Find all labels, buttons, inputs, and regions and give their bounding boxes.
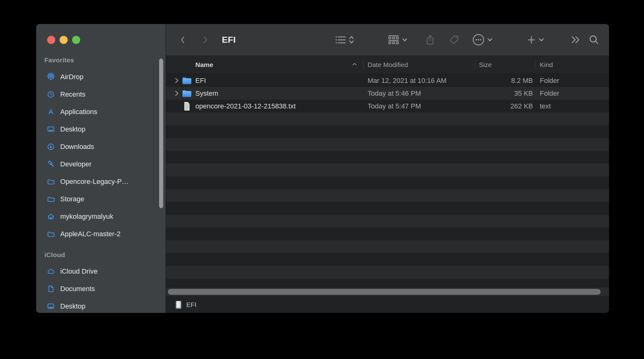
sidebar-scrollbar[interactable]	[159, 59, 163, 208]
sidebar-item-label: Storage	[60, 195, 84, 203]
more-actions-button[interactable]	[472, 24, 492, 55]
column-divider[interactable]	[535, 60, 536, 70]
toolbar-overflow-button[interactable]	[571, 24, 580, 55]
view-options-button[interactable]	[335, 24, 354, 55]
sidebar-item-icon	[47, 178, 55, 186]
window-title: EFI	[222, 24, 236, 55]
file-name: EFI	[195, 74, 362, 87]
file-kind: text	[540, 100, 551, 112]
file-date-modified: Mar 12, 2021 at 10:16 AM	[368, 74, 446, 87]
sidebar: Favorites AirDrop Recents Applications	[36, 24, 166, 313]
disclosure-chevron-icon[interactable]	[175, 87, 179, 100]
sidebar-item[interactable]: AirDrop	[36, 68, 166, 86]
sidebar-item[interactable]: AppleALC-master-2	[36, 225, 166, 243]
sidebar-item-icon	[47, 267, 55, 275]
table-row[interactable]: opencore-2021-03-12-215838.txt Today at …	[166, 100, 609, 112]
column-header-kind[interactable]: Kind	[540, 55, 553, 74]
window-controls	[47, 36, 80, 44]
add-button[interactable]	[527, 24, 544, 55]
sidebar-item-icon	[47, 285, 55, 293]
zoom-button[interactable]	[72, 36, 80, 44]
status-bar: EFI	[166, 296, 609, 313]
sidebar-item[interactable]: Desktop	[36, 121, 166, 138]
file-kind: Folder	[540, 87, 559, 100]
sidebar-item-icon	[47, 230, 55, 238]
list-bullet-icon	[335, 36, 346, 44]
file-name: opencore-2021-03-12-215838.txt	[195, 100, 362, 112]
toolbar: EFI	[166, 24, 609, 55]
sidebar-item[interactable]: Downloads	[36, 138, 166, 156]
group-squares-icon	[388, 35, 399, 45]
sidebar-item-label: Documents	[60, 285, 95, 293]
double-chevron-right-icon	[571, 36, 580, 44]
list-column-headers: Name Date Modified Size Kind	[166, 55, 609, 74]
column-divider[interactable]	[475, 60, 475, 70]
group-button[interactable]	[388, 24, 407, 55]
file-icon	[182, 87, 192, 100]
sidebar-section-favorites-label: Favorites	[44, 56, 166, 64]
forward-button[interactable]	[202, 24, 208, 55]
file-size: 8.2 MB	[475, 74, 533, 87]
sidebar-item-icon	[47, 302, 55, 310]
sidebar-item-icon	[47, 73, 55, 81]
sidebar-item[interactable]: Documents	[36, 280, 166, 298]
back-button[interactable]	[180, 24, 186, 55]
sidebar-item[interactable]: Applications	[36, 103, 166, 121]
table-row[interactable]: EFI Mar 12, 2021 at 10:16 AM 8.2 MB Fold…	[166, 74, 609, 87]
chevron-down-icon	[402, 38, 407, 42]
sidebar-item-icon	[47, 213, 55, 221]
finder-window: Favorites AirDrop Recents Applications	[36, 24, 609, 313]
column-header-size[interactable]: Size	[479, 55, 492, 74]
sidebar-item-icon	[47, 90, 55, 98]
sidebar-item-icon	[47, 195, 55, 203]
sidebar-item[interactable]: iCloud Drive	[36, 263, 166, 280]
plus-icon	[527, 36, 536, 44]
horizontal-scrollbar-track[interactable]	[166, 287, 609, 296]
magnifier-icon	[589, 35, 599, 45]
tag-button[interactable]	[449, 24, 459, 55]
sidebar-item[interactable]: mykolagrymalyuk	[36, 208, 166, 225]
sidebar-item[interactable]: Desktop	[36, 298, 166, 313]
column-header-name[interactable]: Name	[195, 55, 213, 74]
favorites-list: AirDrop Recents Applications Desktop	[36, 68, 166, 243]
sidebar-item-label: Applications	[60, 108, 97, 116]
sidebar-item[interactable]: Recents	[36, 86, 166, 103]
file-date-modified: Today at 5:46 PM	[368, 87, 421, 100]
sidebar-item-label: Developer	[60, 160, 91, 168]
sidebar-item-label: Desktop	[60, 302, 85, 310]
file-icon	[182, 74, 192, 87]
horizontal-scrollbar-thumb[interactable]	[168, 289, 601, 295]
sidebar-item[interactable]: Storage	[36, 190, 166, 208]
sidebar-item[interactable]: Opencore-Legacy-P…	[36, 173, 166, 190]
sidebar-item[interactable]: Developer	[36, 156, 166, 173]
sidebar-item-label: iCloud Drive	[60, 267, 98, 275]
share-button[interactable]	[426, 24, 434, 55]
sidebar-item-label: Downloads	[60, 143, 94, 151]
sidebar-item-label: AppleALC-master-2	[60, 230, 120, 238]
column-divider[interactable]	[363, 60, 363, 70]
chevron-down-icon	[539, 38, 544, 42]
sidebar-item-label: AirDrop	[60, 73, 84, 81]
share-arrow-up-icon	[426, 35, 434, 45]
minimize-button[interactable]	[60, 36, 68, 44]
table-row[interactable]: System Today at 5:46 PM 35 KB Folder	[166, 87, 609, 100]
sidebar-item-icon	[47, 143, 55, 151]
sidebar-item-label: mykolagrymalyuk	[60, 213, 113, 221]
sidebar-item-label: Recents	[60, 90, 85, 98]
sidebar-item-icon	[47, 125, 55, 133]
close-button[interactable]	[47, 36, 55, 44]
sidebar-item-label: Desktop	[60, 125, 85, 133]
main-pane: EFI	[166, 24, 609, 313]
search-button[interactable]	[589, 24, 599, 55]
sidebar-section-icloud-label: iCloud	[44, 251, 166, 259]
sidebar-item-icon	[47, 160, 55, 168]
chevron-up-down-icon	[349, 35, 354, 44]
ellipsis-circle-icon	[472, 34, 485, 46]
file-list: EFI Mar 12, 2021 at 10:16 AM 8.2 MB Fold…	[166, 74, 609, 287]
column-header-date-modified[interactable]: Date Modified	[368, 55, 408, 74]
disclosure-chevron-icon[interactable]	[175, 74, 179, 87]
chevron-down-icon	[487, 38, 492, 42]
tag-icon	[449, 35, 459, 45]
disk-icon	[175, 300, 182, 309]
chevron-right-icon	[202, 36, 208, 44]
